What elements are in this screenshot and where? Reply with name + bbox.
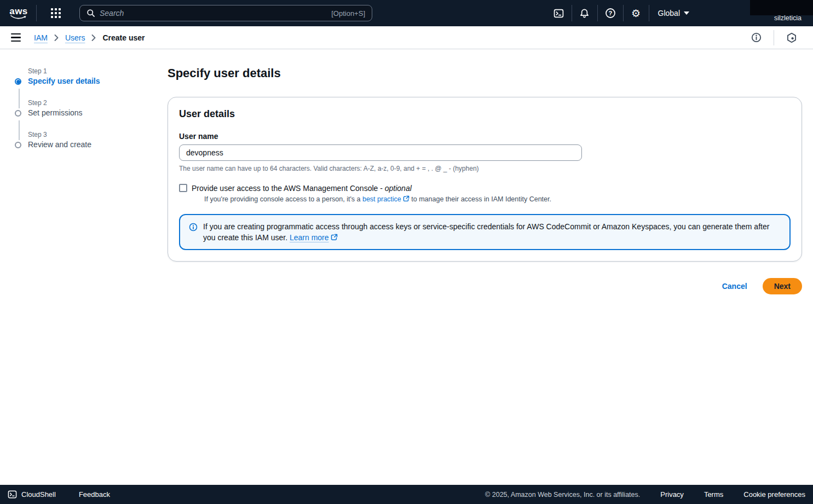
cookie-preferences-link[interactable]: Cookie preferences [743,490,805,499]
console-access-description-post: to manage their access in IAM Identity C… [410,195,551,203]
nav-separator [649,5,649,21]
console-access-description: If you're providing console access to a … [204,195,551,203]
app-launcher-button[interactable] [45,3,66,24]
cloudshell-label: CloudShell [21,490,56,499]
help-button[interactable]: ? [600,3,621,24]
alert-icon-box [189,221,198,243]
side-menu-toggle[interactable] [11,33,21,42]
step-3-label: Review and create [28,140,153,149]
nav-separator [623,5,624,21]
amazon-q-icon [786,32,797,43]
terms-link[interactable]: Terms [704,490,723,499]
breadcrumb-link-users[interactable]: Users [65,33,85,42]
wizard-step-content: Specify user details User details User n… [153,49,813,485]
privacy-link[interactable]: Privacy [660,490,684,499]
user-details-card: User details User name The user name can… [168,97,802,262]
user-name-label: User name [179,132,791,141]
breadcrumb-current-page: Create user [102,33,145,42]
console-access-optional-text: optional [385,184,412,193]
learn-more-link[interactable]: Learn more [290,233,329,242]
search-shortcut-hint: [Option+S] [331,9,365,18]
region-selector[interactable]: Global [658,9,689,18]
aws-smile-icon [10,15,27,20]
user-name-hint: The user name can have up to 64 characte… [179,165,791,172]
footer-links: © 2025, Amazon Web Services, Inc. or its… [485,490,805,499]
alert-message: If you are creating programmatic access … [203,222,769,242]
copyright-text: © 2025, Amazon Web Services, Inc. or its… [485,491,640,499]
wizard-step-1[interactable]: Step 1 Specify user details [15,67,153,98]
step-2-label: Set permissions [28,108,153,117]
breadcrumb-separator-icon [54,34,59,41]
search-icon [87,9,95,18]
top-navigation-bar: aws [Option+S] [0,0,813,26]
bell-icon [579,8,590,19]
cancel-button[interactable]: Cancel [722,282,747,291]
amazon-q-button[interactable] [781,27,802,48]
console-access-text: Provide user access to the AWS Managemen… [192,183,551,203]
breadcrumb-bar-tools [746,27,802,48]
info-icon [189,223,198,231]
breadcrumb: IAM Users Create user [34,33,145,42]
console-access-description-pre: If you're providing console access to a … [204,195,362,203]
step-1-label[interactable]: Specify user details [28,77,153,85]
next-button[interactable]: Next [763,278,802,294]
wizard-step-2: Step 2 Set permissions [15,99,153,130]
page-title: Specify user details [168,66,802,80]
step-2-radio-icon [15,110,21,117]
page-content: Step 1 Specify user details Step 2 Set p… [0,49,813,485]
alert-text: If you are creating programmatic access … [203,221,781,243]
console-access-option: Provide user access to the AWS Managemen… [179,183,791,203]
step-2-eyebrow: Step 2 [28,99,153,107]
user-name-input[interactable] [179,144,582,161]
info-panel-button[interactable] [746,27,766,48]
cloudshell-button[interactable] [549,3,569,24]
nav-utility-group: ? ⚙ Global [549,3,689,24]
notifications-button[interactable] [574,3,595,24]
card-title: User details [179,108,791,120]
programmatic-access-info-alert: If you are creating programmatic access … [179,214,791,250]
search-input[interactable] [100,9,331,18]
nav-separator [597,5,598,21]
chevron-down-icon [684,11,689,15]
external-link-icon [403,195,410,202]
account-username[interactable]: silzleticia [774,14,802,22]
breadcrumb-link-iam[interactable]: IAM [34,33,48,42]
cloudshell-terminal-icon [8,490,17,499]
wizard-step-3: Step 3 Review and create [15,131,153,161]
breadcrumb-bar: IAM Users Create user [0,26,813,49]
aws-logo[interactable]: aws [8,7,30,20]
toolbar-divider [774,30,774,45]
console-access-label[interactable]: Provide user access to the AWS Managemen… [192,184,412,193]
gear-icon: ⚙ [631,8,641,19]
info-icon [751,32,762,43]
nav-divider [36,5,37,21]
cloudshell-terminal-icon [553,8,564,19]
help-icon: ? [605,8,616,19]
step-3-eyebrow: Step 3 [28,131,153,138]
svg-text:?: ? [608,10,612,16]
external-link-icon [331,234,338,241]
console-access-checkbox[interactable] [179,184,187,192]
step-3-radio-icon [15,142,21,148]
footer-cloudshell[interactable]: CloudShell [8,490,56,499]
step-1-radio-icon [15,78,21,85]
app-grid-icon [51,8,61,18]
console-access-label-text: Provide user access to the AWS Managemen… [192,184,385,193]
best-practice-link[interactable]: best practice [362,195,401,203]
console-footer: CloudShell Feedback © 2025, Amazon Web S… [0,485,813,504]
wizard-actions: Cancel Next [168,278,802,294]
region-label: Global [658,9,680,18]
nav-separator [572,5,572,21]
account-corner-shade [750,0,813,15]
settings-button[interactable]: ⚙ [626,3,647,24]
breadcrumb-separator-icon [91,34,96,41]
feedback-button[interactable]: Feedback [79,490,110,499]
step-1-eyebrow: Step 1 [28,67,153,75]
global-search-bar[interactable]: [Option+S] [79,5,372,21]
wizard-steps-navigation: Step 1 Specify user details Step 2 Set p… [0,49,153,485]
